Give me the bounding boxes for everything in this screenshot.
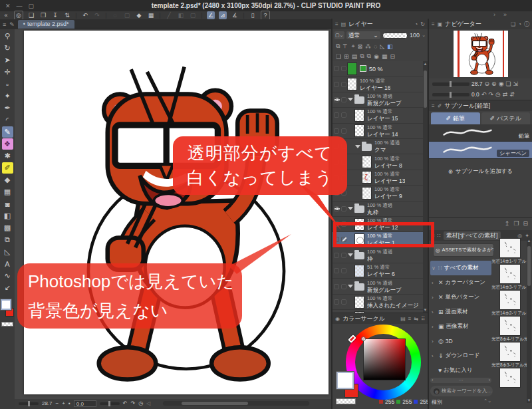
layer-thumbnail[interactable] — [354, 283, 364, 291]
visibility-slot[interactable] — [334, 253, 339, 258]
material-thumbnail[interactable] — [499, 290, 521, 310]
panel-menu-icon[interactable]: ≡ — [335, 21, 338, 27]
eye-icon[interactable] — [334, 96, 340, 103]
material-item[interactable]: 光芒8本4-リアル光 — [491, 316, 528, 342]
delete-layer-icon[interactable]: ⊟ — [390, 53, 395, 60]
chevron-right-icon[interactable]: › — [493, 11, 495, 18]
canvas-area[interactable] — [15, 29, 331, 399]
reselect-icon[interactable]: ▢ — [123, 11, 131, 19]
line-tool-icon[interactable]: ╱ — [165, 11, 173, 19]
new-canvas-icon[interactable]: ❑ — [27, 11, 35, 19]
material-tree-item[interactable]: › ◎ 3D — [430, 334, 491, 348]
brush-item[interactable]: シャーペン — [429, 142, 532, 159]
enable-mask-icon[interactable]: ◌ — [374, 43, 377, 50]
material-item[interactable] — [491, 368, 528, 394]
layer-row[interactable]: 100 % 通常 レイヤー 14 — [332, 124, 428, 139]
layer-thumbnail[interactable] — [354, 296, 364, 309]
layer-thumbnail[interactable] — [362, 156, 372, 168]
save-file-icon[interactable]: ↧ — [51, 11, 59, 19]
lock-layer-icon[interactable]: ⊠ — [358, 43, 363, 50]
subtool-tab[interactable]: ✐鉛筆 — [431, 112, 480, 124]
edit-slot[interactable] — [341, 128, 346, 134]
subtool-menu-icon[interactable]: ≡ — [432, 103, 435, 109]
apply-mask-icon[interactable]: ▦ — [382, 53, 388, 60]
canvas-horizontal-scrollbar[interactable] — [163, 401, 309, 406]
redo-icon[interactable]: ↷ — [93, 11, 101, 19]
object-tool[interactable]: ➤ — [2, 55, 13, 66]
opacity-slider[interactable] — [382, 33, 408, 39]
edit-slot[interactable] — [341, 112, 346, 118]
material-type-row[interactable]: 種別 ⌃⌄ — [432, 398, 491, 406]
snap-ruler-icon[interactable]: ∠ — [207, 11, 215, 19]
visibility-slot[interactable] — [334, 284, 339, 289]
nav-flip-horizontal-icon[interactable]: ⇄ — [503, 91, 508, 98]
edit-slot[interactable] — [341, 97, 346, 102]
layer-history-icon[interactable]: ↻ — [420, 21, 425, 27]
new-folder-icon[interactable]: ▤ — [352, 53, 358, 60]
color-grid-icon[interactable]: ⠿ — [421, 316, 425, 322]
new-vector-layer-icon[interactable]: ⊞ — [344, 53, 349, 60]
nav-zoom-out-icon[interactable]: ⊖ — [485, 80, 490, 87]
layer-row[interactable]: 100 % 通常 挿入されたイメージ — [332, 295, 428, 310]
nav-fit-screen-icon[interactable]: ❏ — [506, 80, 511, 87]
balloon-tool[interactable]: ∿ — [2, 270, 13, 281]
gradient-tool[interactable]: ◧ — [2, 210, 13, 221]
reference-layer-icon[interactable]: 〒 — [342, 42, 348, 51]
navigator-info-icon[interactable]: ⓘ — [524, 21, 529, 28]
palette-color-dropdown[interactable]: ▢⌄ — [334, 31, 344, 39]
panel-main-color-swatch[interactable] — [336, 372, 354, 389]
material-thumbnail[interactable] — [499, 316, 521, 336]
edit-slot[interactable] — [341, 299, 346, 305]
decoration-tool[interactable]: ❖ — [2, 138, 13, 150]
layer-thumbnail[interactable] — [354, 252, 364, 259]
material-item[interactable]: 光芒14本1-リアル光 — [491, 238, 528, 264]
pen-tool[interactable]: ✎ — [2, 126, 13, 138]
fill-tool[interactable]: ◙ — [2, 198, 13, 209]
layer-thumbnail[interactable] — [362, 171, 372, 184]
fit-button[interactable]: ▪ — [68, 400, 70, 406]
zoom-tool[interactable]: ⚲ — [2, 31, 13, 42]
separator[interactable]: | — [159, 11, 161, 19]
tree-arrow-icon[interactable]: › — [432, 280, 436, 286]
brush-item[interactable]: 鉛筆 — [429, 124, 532, 142]
layer-list-scrollbar[interactable]: ▲▼ — [423, 61, 428, 313]
add-subtool-button[interactable]: ⊕ サブツールを追加する — [429, 164, 532, 179]
navigator-rotate-slider[interactable] — [432, 93, 469, 96]
new-raster-layer-icon[interactable]: ❏ — [336, 53, 341, 60]
main-color-swatch[interactable] — [1, 299, 11, 310]
snap-special-ruler-icon[interactable]: ⊿ — [219, 11, 227, 19]
clip-at-layer-below-icon[interactable]: ⧉ — [336, 43, 340, 50]
nav-reset-rotation-icon[interactable]: ◷ — [495, 91, 501, 98]
clip-studio-icon[interactable]: ◎ — [14, 11, 23, 20]
visibility-slot[interactable] — [334, 268, 339, 273]
tabbar-menu-icon[interactable]: ≡ — [3, 21, 6, 28]
material-import-icon[interactable]: ↥ — [505, 220, 510, 227]
frame-border-tool[interactable]: ⧉ — [2, 234, 13, 245]
tree-arrow-icon[interactable]: › — [432, 353, 436, 359]
separator[interactable]: | — [105, 11, 107, 19]
airbrush-tool[interactable]: ✱ — [2, 150, 13, 162]
edit-slot[interactable] — [341, 253, 346, 258]
layer-row[interactable]: 50 % — [332, 61, 428, 76]
layer-row[interactable]: 100 % 通過 丸枠 — [332, 202, 428, 217]
ruler-tool[interactable]: ◺ — [2, 246, 13, 257]
layer-row[interactable]: 100 % 通過 新規グループ — [332, 279, 428, 294]
rotation-slider[interactable] — [100, 402, 120, 405]
material-tree-item[interactable]: › ⊞ 漫画素材 — [430, 305, 491, 319]
color-slider-icon[interactable]: ≡ — [408, 316, 412, 322]
material-search-field[interactable]: ◎ 検索キーワードを入… — [430, 386, 493, 396]
tree-arrow-icon[interactable]: › — [432, 324, 436, 330]
create-mask-icon[interactable]: ◉ — [374, 53, 379, 60]
visibility-slot[interactable] — [334, 82, 339, 87]
color-wheel-tab-icon[interactable]: ◉ — [335, 316, 340, 322]
rotate-left-icon[interactable]: ↶ — [123, 400, 128, 406]
folder-expand-arrow[interactable] — [348, 253, 353, 257]
color-mixer-icon[interactable]: ⇆ — [414, 316, 418, 322]
companion-mode-icon[interactable]: ▯ — [249, 11, 257, 19]
layer-row[interactable]: 100 % 通常 レイヤー 16 — [332, 76, 428, 92]
figure-tool[interactable]: ▩ — [2, 222, 13, 233]
chevron-double-icon[interactable]: » — [503, 11, 507, 18]
tree-arrow-icon[interactable]: › — [432, 295, 436, 301]
material-thumbnail[interactable] — [499, 238, 521, 258]
material-tree-item[interactable]: › ▣ 画像素材 — [430, 319, 491, 334]
